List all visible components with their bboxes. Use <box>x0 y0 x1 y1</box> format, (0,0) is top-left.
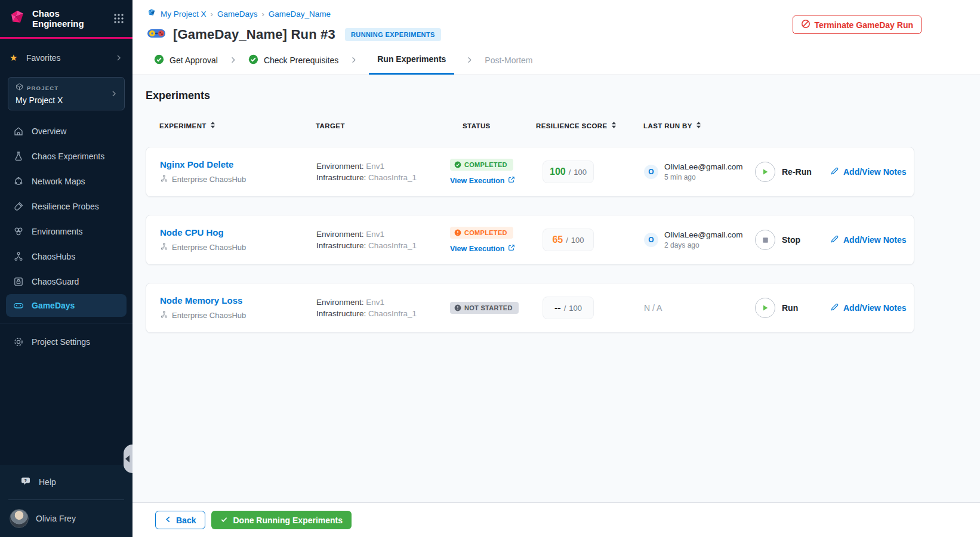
user-menu[interactable]: Olivia Frey <box>0 500 132 537</box>
hub-name: Enterprise ChaosHub <box>172 311 246 320</box>
probe-icon <box>13 201 24 212</box>
brand-accent-divider <box>0 37 132 39</box>
help-button[interactable]: ? Help <box>0 465 132 499</box>
nav-divider <box>0 323 132 323</box>
chevron-right-icon <box>466 56 473 64</box>
pencil-icon <box>830 166 839 177</box>
page-header: My Project X › GameDays › GameDay_Name <box>132 0 980 75</box>
check-circle-icon <box>248 54 258 66</box>
breadcrumb-gamedays-link[interactable]: GameDays <box>217 10 258 18</box>
step-get-approval[interactable]: Get Approval <box>154 45 218 75</box>
experiment-link[interactable]: Node Memory Loss <box>160 295 242 305</box>
add-view-notes-link[interactable]: Add/View Notes <box>830 303 914 313</box>
chevron-right-icon <box>110 90 118 98</box>
external-link-icon <box>508 244 515 253</box>
experiment-link[interactable]: Nginx Pod Delete <box>160 159 233 169</box>
hub-icon <box>13 251 24 262</box>
star-icon: ★ <box>10 53 20 63</box>
sidebar-nav: Overview Chaos Experiments Network Maps … <box>0 119 132 354</box>
experiment-row-nginx-pod-delete: Nginx Pod Delete Enterprise ChaosHub Env… <box>146 147 914 197</box>
column-header-last-run-by[interactable]: LAST RUN BY <box>643 121 754 130</box>
sidebar-item-favorites[interactable]: ★ Favorites <box>0 46 132 70</box>
chevron-left-icon <box>125 455 130 462</box>
experiment-link[interactable]: Node CPU Hog <box>160 227 224 237</box>
sidebar-item-environments[interactable]: Environments <box>0 219 132 244</box>
sidebar-item-chaoshubs[interactable]: ChaosHubs <box>0 244 132 269</box>
app-root: Chaos Engineering ★ Favorites <box>0 0 980 537</box>
column-header-status: STATUS <box>449 122 536 129</box>
status-badge: COMPLETED <box>450 227 513 239</box>
sidebar-item-project-settings[interactable]: Project Settings <box>0 329 132 354</box>
done-running-experiments-button[interactable]: Done Running Experiments <box>211 511 352 529</box>
status-badge: NOT STARTED <box>450 302 519 314</box>
sidebar-item-overview[interactable]: Overview <box>0 119 132 144</box>
experiment-row-node-cpu-hog: Node CPU Hog Enterprise ChaosHub Environ… <box>146 215 914 265</box>
home-icon <box>13 126 24 137</box>
resilience-score: -- / 100 <box>543 297 594 319</box>
last-run-by: N / A <box>644 303 755 313</box>
step-check-prerequisites[interactable]: Check Prerequisites <box>248 45 338 75</box>
step-post-mortem[interactable]: Post-Mortem <box>485 45 532 75</box>
pencil-icon <box>830 234 839 245</box>
sidebar-item-chaosguard[interactable]: ChaosGuard <box>0 269 132 294</box>
chaoshub-icon <box>160 310 168 320</box>
sort-icon <box>611 121 617 130</box>
chevron-right-icon <box>229 56 237 64</box>
column-header-experiment[interactable]: EXPERIMENT <box>159 121 316 130</box>
environments-icon <box>13 226 24 237</box>
sidebar-item-chaos-experiments[interactable]: Chaos Experiments <box>0 144 132 169</box>
main-area: My Project X › GameDays › GameDay_Name <box>132 0 980 537</box>
view-execution-link[interactable]: View Execution <box>450 176 537 185</box>
app-switcher-grid-icon[interactable] <box>113 13 124 24</box>
project-selector[interactable]: PROJECT My Project X <box>8 77 125 110</box>
last-run-by: O OliviaLee@gmail.com 2 days ago <box>644 230 755 249</box>
table-header-row: EXPERIMENT TARGET STATUS RESILIENCE SCOR… <box>146 121 914 130</box>
play-icon <box>755 162 775 182</box>
resilience-score: 100 / 100 <box>543 161 594 183</box>
column-header-resilience-score[interactable]: RESILIENCE SCORE <box>536 121 643 130</box>
chevron-right-icon <box>350 56 358 64</box>
chevron-left-icon <box>165 516 171 525</box>
resilience-score: 65 / 100 <box>543 229 594 251</box>
chevron-right-icon <box>115 54 123 62</box>
breadcrumb-separator: › <box>261 10 264 18</box>
sidebar-item-gamedays[interactable]: GameDays <box>6 294 127 317</box>
stop-icon <box>755 230 775 250</box>
check-icon <box>220 516 228 525</box>
pencil-icon <box>830 303 839 313</box>
svg-text:?: ? <box>24 478 27 483</box>
chaoshub-icon <box>160 242 168 252</box>
page-title: [GameDay_Name] Run #3 <box>173 27 335 42</box>
run-experiment-button[interactable]: Run <box>755 298 830 318</box>
view-execution-link[interactable]: View Execution <box>450 244 537 253</box>
gamepad-icon <box>13 300 24 311</box>
breadcrumb-gameday-link[interactable]: GameDay_Name <box>269 10 331 18</box>
status-badge: COMPLETED <box>450 159 513 171</box>
breadcrumb-project-link[interactable]: My Project X <box>161 10 207 18</box>
lock-shield-icon <box>13 276 24 287</box>
user-avatar <box>10 509 29 528</box>
chaos-mini-logo-icon <box>147 8 156 20</box>
step-run-experiments[interactable]: Run Experiments <box>369 45 454 75</box>
back-button[interactable]: Back <box>155 511 205 529</box>
sidebar-item-resilience-probes[interactable]: Resilience Probes <box>0 194 132 219</box>
sort-icon <box>696 121 701 130</box>
add-view-notes-link[interactable]: Add/View Notes <box>830 234 914 245</box>
prohibit-icon <box>801 19 810 30</box>
user-initial-avatar: O <box>644 165 658 179</box>
chaoshub-icon <box>160 174 168 184</box>
cube-icon <box>16 82 23 93</box>
play-icon <box>755 298 775 318</box>
experiment-row-node-memory-loss: Node Memory Loss Enterprise ChaosHub Env… <box>146 283 914 333</box>
terminate-gameday-run-button[interactable]: Terminate GameDay Run <box>793 16 922 34</box>
external-link-icon <box>508 176 515 185</box>
bottom-action-bar: Back Done Running Experiments <box>132 502 980 537</box>
add-view-notes-link[interactable]: Add/View Notes <box>830 166 914 177</box>
sidebar-item-network-maps[interactable]: Network Maps <box>0 169 132 194</box>
rerun-experiment-button[interactable]: Re-Run <box>755 162 830 182</box>
user-initial-avatar: O <box>644 233 658 247</box>
brand-title: Chaos Engineering <box>32 8 84 29</box>
sidebar-collapse-handle[interactable] <box>124 445 132 473</box>
brand-header: Chaos Engineering <box>0 0 132 37</box>
stop-experiment-button[interactable]: Stop <box>755 230 830 250</box>
